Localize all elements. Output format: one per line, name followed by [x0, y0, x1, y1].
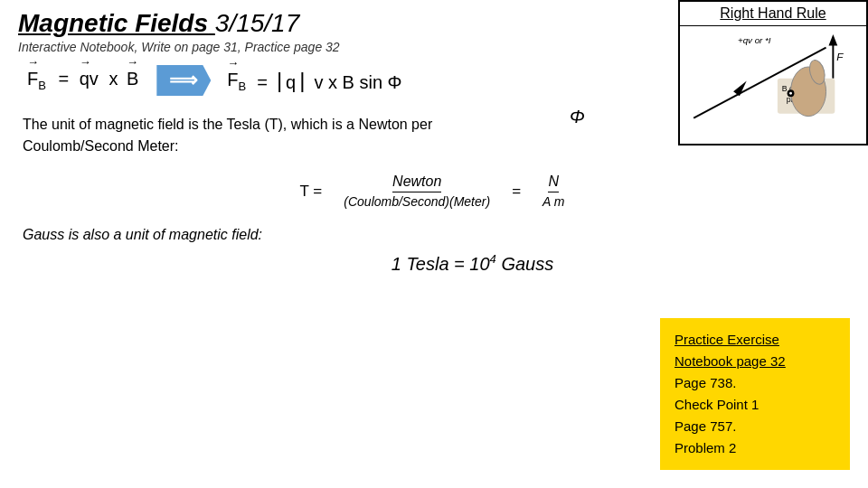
- abs-open: |: [277, 68, 282, 93]
- svg-point-12: [789, 92, 792, 95]
- gauss-formula: 1 Tesla = 104 Gauss: [95, 252, 850, 275]
- tesla-denominator: (Coulomb/Second)(Meter): [344, 192, 490, 209]
- practice-line5: Page 757.: [675, 416, 835, 437]
- fb-label: → FB = → qv x → B: [27, 69, 140, 92]
- practice-line1: Practice Exercise: [675, 329, 835, 351]
- title-date: 3/15/17: [215, 9, 299, 37]
- tesla-fraction-main: Newton (Coulomb/Second)(Meter): [344, 174, 490, 209]
- title-underline: Magnetic Fields: [18, 9, 208, 37]
- tesla-fraction-n: N A m: [542, 174, 564, 209]
- fb-vec-right: → FB: [227, 70, 246, 93]
- svg-text:+qv or *I: +qv or *I: [738, 35, 771, 45]
- description-line1: The unit of magnetic field is the Tesla …: [23, 117, 432, 132]
- rhr-diagram: +qv or *I F B out of page: [680, 26, 866, 144]
- t-equals: T =: [300, 183, 323, 201]
- svg-marker-3: [828, 34, 837, 46]
- n-denominator: A m: [542, 192, 564, 209]
- main-page: Right Hand Rule +qv or *I F B out of pag…: [0, 0, 868, 488]
- abs-close: |: [299, 68, 305, 93]
- formula-left: → FB = → qv x → B: [27, 69, 140, 92]
- qv-vec: → qv: [80, 69, 99, 89]
- fb-vec: → FB: [27, 69, 46, 92]
- practice-box: Practice Exercise Notebook page 32 Page …: [660, 318, 850, 470]
- practice-line2: Notebook page 32: [675, 351, 835, 372]
- n-numerator: N: [548, 174, 559, 192]
- practice-line3: Page 738.: [675, 372, 835, 394]
- implication-arrow: ⟹: [156, 65, 211, 96]
- tesla-formula: T = Newton (Coulomb/Second)(Meter) = N A…: [18, 174, 850, 209]
- formula-right: → FB = | q | v x B sin Φ: [227, 68, 401, 93]
- right-hand-rule-box: Right Hand Rule +qv or *I F B out of pag…: [678, 0, 868, 145]
- practice-line6: Problem 2: [675, 437, 835, 459]
- svg-marker-1: [733, 81, 747, 97]
- q-letter: q: [286, 72, 296, 93]
- rhr-title: Right Hand Rule: [680, 2, 866, 26]
- phi-label: Φ: [570, 107, 585, 127]
- svg-text:F: F: [836, 51, 844, 62]
- tesla-numerator: Newton: [392, 174, 441, 192]
- gauss-label: Gauss is also a unit of magnetic field:: [23, 227, 850, 243]
- description-line2: Coulomb/Second Meter:: [23, 138, 179, 154]
- rhr-svg: +qv or *I F B out of page: [684, 30, 863, 140]
- b-vec: → B: [127, 69, 138, 89]
- practice-line4: Check Point 1: [675, 394, 835, 416]
- equals-sign: =: [512, 183, 521, 201]
- gauss-section: Gauss is also a unit of magnetic field: …: [23, 227, 850, 275]
- title-main: Magnetic Fields: [18, 9, 215, 37]
